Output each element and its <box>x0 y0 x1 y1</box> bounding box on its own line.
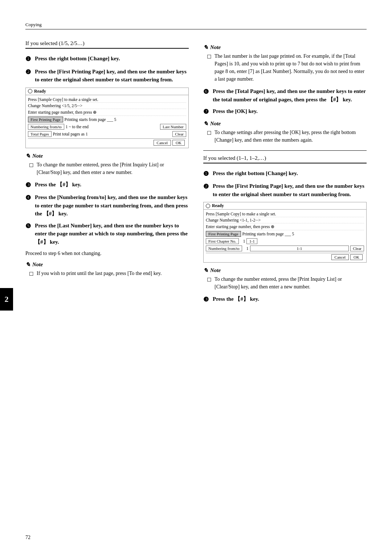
ui-row-5: Total Pages Print total pages as 1 Clear <box>28 130 186 138</box>
ui-btn-ok[interactable]: OK <box>172 140 185 146</box>
note-item-1: ☐ To change the number entered, press th… <box>29 161 189 176</box>
ui-row-1: Change Numbering <1/5, 2/5···> <box>28 103 186 109</box>
ui-title-right: Ready <box>204 202 366 210</box>
ui-r-row3-val: Printing starts from page ___ 5 <box>242 232 294 236</box>
note-item-r2: ☐ To change settings after pressing the … <box>207 129 367 144</box>
ui-r-row5-val1: 1 <box>246 246 249 251</box>
page-number: 72 <box>25 535 30 540</box>
note-icon-r2: ✎ <box>203 120 208 127</box>
ui-r-btn-cancel[interactable]: Cancel <box>331 254 349 260</box>
step-6: ❻ Press the [Total Pages] key, and then … <box>203 87 367 104</box>
step-1: ❶ Press the right bottom [Change] key. <box>25 54 189 64</box>
step-3: ❸ Press the 【#】 key. <box>25 181 189 190</box>
section-header-left: If you selected (1/5, 2/5…) <box>25 40 189 49</box>
ui-btn-last-number[interactable]: Last Number <box>160 124 186 130</box>
ui-r-input-fromto[interactable]: 1-1 <box>250 246 349 251</box>
ui-btn-clear[interactable]: Clear <box>172 131 186 137</box>
checkbox-sym-r3: ☐ <box>207 276 212 291</box>
ui-btn-cancel[interactable]: Cancel <box>154 140 171 146</box>
note-icon-2: ✎ <box>25 261 30 268</box>
ui-r-row4: First Chapter No. 1 1-1 <box>206 238 364 245</box>
ui-mockup-left: Ready Press [Sample Copy] to make a sing… <box>25 88 189 148</box>
ui-r-btn-clear[interactable]: Clear <box>350 246 364 251</box>
note-block-2: ✎ Note ☐ If you wish to print until the … <box>25 261 189 278</box>
ui-btn-numbering-fromto[interactable]: Numbering from/to <box>28 124 64 130</box>
ui-r-row3: First Printing Page Printing starts from… <box>206 230 364 238</box>
ui-btn-first-printing[interactable]: First Printing Page <box>28 117 63 122</box>
proceed-text: Proceed to step 6 when not changing. <box>25 250 189 258</box>
note-icon-r3: ✎ <box>203 267 208 274</box>
ui-r-btn-ok[interactable]: OK <box>350 254 363 260</box>
ui-r-row1: Change Numbering <1-1, 1-2···> <box>206 217 364 223</box>
step-4: ❹ Press the [Numbering from/to] key, and… <box>25 193 189 218</box>
note-icon-1: ✎ <box>25 153 30 159</box>
ui-row-5-val: Print total pages as 1 <box>53 132 171 136</box>
note-item-r3: ☐ To change the number entered, press th… <box>207 275 367 291</box>
checkbox-sym-2: ☐ <box>29 270 34 278</box>
note-item-2: ☐ If you wish to print until the last pa… <box>29 270 189 278</box>
ui-r-subtitle: Press [Sample Copy] to make a single set… <box>206 211 364 217</box>
step-3b: ❸ Press the 【#】 key. <box>203 295 367 304</box>
ui-row-3-val: Printing starts from page ___ 5 <box>65 117 117 122</box>
ui-r-action-row: Cancel OK <box>206 253 364 261</box>
checkbox-sym-r2: ☐ <box>207 129 212 144</box>
note-block-right-1: ✎ Note ☐ The last number is the last pag… <box>203 44 367 83</box>
ui-row-subtitle: Press [Sample Copy] to make a single set… <box>28 97 186 103</box>
ui-r-input-chap[interactable]: 1-1 <box>246 238 257 244</box>
ui-title-left: Ready <box>26 88 188 95</box>
left-column: If you selected (1/5, 2/5…) ❶ Press the … <box>25 40 189 308</box>
checkbox-sym-r1: ☐ <box>207 53 212 83</box>
ui-r-btn-first-printing[interactable]: First Printing Page <box>206 231 241 237</box>
section-header-right: If you selected (1–1, 1–2,…) <box>203 155 367 163</box>
step-2b: ❷ Press the [First Printing Page] key, a… <box>203 182 367 198</box>
circle-icon <box>28 89 32 93</box>
note-block-right-2: ✎ Note ☐ To change settings after pressi… <box>203 120 367 144</box>
page-header: Copying <box>25 22 367 29</box>
note-item-r1: ☐ The last number is the last page print… <box>207 52 367 83</box>
ui-action-row: Cancel OK <box>28 138 186 146</box>
note-block-right-3: ✎ Note ☐ To change the number entered, p… <box>203 267 367 291</box>
ui-r-row5: Numbering from/to 1 1-1 Clear <box>206 245 364 252</box>
circle-icon-r <box>206 204 210 208</box>
ui-row-4: Numbering from/to 1 ~ to the end Last Nu… <box>28 123 186 130</box>
note-icon-r1: ✎ <box>203 44 208 51</box>
step-1b: ❶ Press the right bottom [Change] key. <box>203 169 367 179</box>
ui-r-btn-numbering-fromto[interactable]: Numbering from/to <box>206 246 242 251</box>
divider-right <box>203 150 367 151</box>
ui-r-row2: Enter starting page number, then press ⊕ <box>206 223 364 230</box>
ui-r-row4-val1: 1 <box>243 239 245 243</box>
step-5: ❺ Press the [Last Number] key, and then … <box>25 222 189 246</box>
note-block-1: ✎ Note ☐ To change the number entered, p… <box>25 153 189 176</box>
ui-btn-total-pages[interactable]: Total Pages <box>28 131 52 137</box>
chapter-tab: 2 <box>0 288 13 311</box>
step-7: ❼ Press the [OK] key. <box>203 107 367 117</box>
step-2: ❷ Press the [First Printing Page] key, a… <box>25 68 189 84</box>
section-label: Copying <box>25 22 42 28</box>
ui-row-3: First Printing Page Printing starts from… <box>28 116 186 123</box>
ui-row-2: Enter starting page number, then press ⊕ <box>28 109 186 116</box>
right-column: ✎ Note ☐ The last number is the last pag… <box>203 40 367 308</box>
ui-r-btn-first-chapter[interactable]: First Chapter No. <box>206 238 239 244</box>
ui-row-4-val: 1 ~ to the end <box>66 125 159 129</box>
ui-mockup-right: Ready Press [Sample Copy] to make a sing… <box>203 202 367 263</box>
checkbox-sym: ☐ <box>29 162 34 176</box>
